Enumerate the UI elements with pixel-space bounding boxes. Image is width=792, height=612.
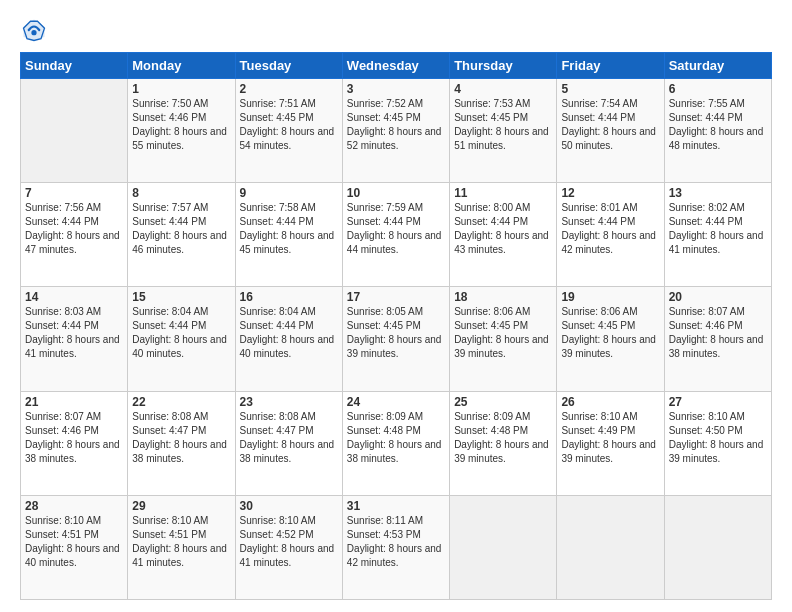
day-cell: 1Sunrise: 7:50 AMSunset: 4:46 PMDaylight… — [128, 79, 235, 183]
logo-icon — [20, 16, 48, 44]
day-cell: 27Sunrise: 8:10 AMSunset: 4:50 PMDayligh… — [664, 391, 771, 495]
day-info: Sunrise: 8:10 AMSunset: 4:50 PMDaylight:… — [669, 410, 767, 466]
day-info: Sunrise: 7:52 AMSunset: 4:45 PMDaylight:… — [347, 97, 445, 153]
calendar-table: SundayMondayTuesdayWednesdayThursdayFrid… — [20, 52, 772, 600]
day-cell: 30Sunrise: 8:10 AMSunset: 4:52 PMDayligh… — [235, 495, 342, 599]
day-cell: 13Sunrise: 8:02 AMSunset: 4:44 PMDayligh… — [664, 183, 771, 287]
day-number: 18 — [454, 290, 552, 304]
day-info: Sunrise: 7:59 AMSunset: 4:44 PMDaylight:… — [347, 201, 445, 257]
day-number: 29 — [132, 499, 230, 513]
day-info: Sunrise: 8:08 AMSunset: 4:47 PMDaylight:… — [240, 410, 338, 466]
day-info: Sunrise: 8:07 AMSunset: 4:46 PMDaylight:… — [669, 305, 767, 361]
week-row-2: 14Sunrise: 8:03 AMSunset: 4:44 PMDayligh… — [21, 287, 772, 391]
day-cell: 28Sunrise: 8:10 AMSunset: 4:51 PMDayligh… — [21, 495, 128, 599]
day-info: Sunrise: 8:04 AMSunset: 4:44 PMDaylight:… — [132, 305, 230, 361]
day-cell: 20Sunrise: 8:07 AMSunset: 4:46 PMDayligh… — [664, 287, 771, 391]
day-info: Sunrise: 8:10 AMSunset: 4:52 PMDaylight:… — [240, 514, 338, 570]
weekday-saturday: Saturday — [664, 53, 771, 79]
day-number: 6 — [669, 82, 767, 96]
day-number: 3 — [347, 82, 445, 96]
day-cell: 7Sunrise: 7:56 AMSunset: 4:44 PMDaylight… — [21, 183, 128, 287]
header — [20, 16, 772, 44]
day-number: 22 — [132, 395, 230, 409]
day-number: 30 — [240, 499, 338, 513]
day-cell: 3Sunrise: 7:52 AMSunset: 4:45 PMDaylight… — [342, 79, 449, 183]
day-number: 26 — [561, 395, 659, 409]
svg-point-2 — [31, 30, 36, 35]
day-info: Sunrise: 8:09 AMSunset: 4:48 PMDaylight:… — [454, 410, 552, 466]
day-number: 9 — [240, 186, 338, 200]
day-info: Sunrise: 7:53 AMSunset: 4:45 PMDaylight:… — [454, 97, 552, 153]
day-cell: 26Sunrise: 8:10 AMSunset: 4:49 PMDayligh… — [557, 391, 664, 495]
day-info: Sunrise: 7:51 AMSunset: 4:45 PMDaylight:… — [240, 97, 338, 153]
day-info: Sunrise: 8:10 AMSunset: 4:51 PMDaylight:… — [132, 514, 230, 570]
day-info: Sunrise: 8:06 AMSunset: 4:45 PMDaylight:… — [561, 305, 659, 361]
day-info: Sunrise: 8:02 AMSunset: 4:44 PMDaylight:… — [669, 201, 767, 257]
day-cell: 18Sunrise: 8:06 AMSunset: 4:45 PMDayligh… — [450, 287, 557, 391]
day-info: Sunrise: 8:10 AMSunset: 4:51 PMDaylight:… — [25, 514, 123, 570]
day-cell: 21Sunrise: 8:07 AMSunset: 4:46 PMDayligh… — [21, 391, 128, 495]
day-info: Sunrise: 7:57 AMSunset: 4:44 PMDaylight:… — [132, 201, 230, 257]
day-cell: 11Sunrise: 8:00 AMSunset: 4:44 PMDayligh… — [450, 183, 557, 287]
day-number: 8 — [132, 186, 230, 200]
week-row-0: 1Sunrise: 7:50 AMSunset: 4:46 PMDaylight… — [21, 79, 772, 183]
day-cell: 31Sunrise: 8:11 AMSunset: 4:53 PMDayligh… — [342, 495, 449, 599]
page: SundayMondayTuesdayWednesdayThursdayFrid… — [0, 0, 792, 612]
weekday-monday: Monday — [128, 53, 235, 79]
week-row-3: 21Sunrise: 8:07 AMSunset: 4:46 PMDayligh… — [21, 391, 772, 495]
day-cell: 15Sunrise: 8:04 AMSunset: 4:44 PMDayligh… — [128, 287, 235, 391]
week-row-4: 28Sunrise: 8:10 AMSunset: 4:51 PMDayligh… — [21, 495, 772, 599]
day-cell: 19Sunrise: 8:06 AMSunset: 4:45 PMDayligh… — [557, 287, 664, 391]
weekday-thursday: Thursday — [450, 53, 557, 79]
day-number: 27 — [669, 395, 767, 409]
day-cell: 23Sunrise: 8:08 AMSunset: 4:47 PMDayligh… — [235, 391, 342, 495]
weekday-tuesday: Tuesday — [235, 53, 342, 79]
day-number: 25 — [454, 395, 552, 409]
day-info: Sunrise: 7:58 AMSunset: 4:44 PMDaylight:… — [240, 201, 338, 257]
weekday-friday: Friday — [557, 53, 664, 79]
day-cell: 12Sunrise: 8:01 AMSunset: 4:44 PMDayligh… — [557, 183, 664, 287]
day-info: Sunrise: 8:11 AMSunset: 4:53 PMDaylight:… — [347, 514, 445, 570]
day-number: 14 — [25, 290, 123, 304]
logo — [20, 16, 52, 44]
day-number: 2 — [240, 82, 338, 96]
day-number: 15 — [132, 290, 230, 304]
day-cell: 4Sunrise: 7:53 AMSunset: 4:45 PMDaylight… — [450, 79, 557, 183]
day-number: 11 — [454, 186, 552, 200]
day-info: Sunrise: 8:03 AMSunset: 4:44 PMDaylight:… — [25, 305, 123, 361]
day-number: 23 — [240, 395, 338, 409]
day-cell: 6Sunrise: 7:55 AMSunset: 4:44 PMDaylight… — [664, 79, 771, 183]
day-cell — [664, 495, 771, 599]
day-info: Sunrise: 7:55 AMSunset: 4:44 PMDaylight:… — [669, 97, 767, 153]
week-row-1: 7Sunrise: 7:56 AMSunset: 4:44 PMDaylight… — [21, 183, 772, 287]
day-cell: 17Sunrise: 8:05 AMSunset: 4:45 PMDayligh… — [342, 287, 449, 391]
day-cell — [450, 495, 557, 599]
day-info: Sunrise: 8:06 AMSunset: 4:45 PMDaylight:… — [454, 305, 552, 361]
weekday-wednesday: Wednesday — [342, 53, 449, 79]
day-cell: 14Sunrise: 8:03 AMSunset: 4:44 PMDayligh… — [21, 287, 128, 391]
day-number: 12 — [561, 186, 659, 200]
day-info: Sunrise: 8:07 AMSunset: 4:46 PMDaylight:… — [25, 410, 123, 466]
day-info: Sunrise: 7:54 AMSunset: 4:44 PMDaylight:… — [561, 97, 659, 153]
day-number: 4 — [454, 82, 552, 96]
day-number: 7 — [25, 186, 123, 200]
day-number: 5 — [561, 82, 659, 96]
day-number: 20 — [669, 290, 767, 304]
day-number: 24 — [347, 395, 445, 409]
day-cell: 2Sunrise: 7:51 AMSunset: 4:45 PMDaylight… — [235, 79, 342, 183]
day-number: 21 — [25, 395, 123, 409]
day-number: 16 — [240, 290, 338, 304]
day-cell: 22Sunrise: 8:08 AMSunset: 4:47 PMDayligh… — [128, 391, 235, 495]
day-cell: 24Sunrise: 8:09 AMSunset: 4:48 PMDayligh… — [342, 391, 449, 495]
day-info: Sunrise: 8:01 AMSunset: 4:44 PMDaylight:… — [561, 201, 659, 257]
day-number: 1 — [132, 82, 230, 96]
day-number: 31 — [347, 499, 445, 513]
weekday-header-row: SundayMondayTuesdayWednesdayThursdayFrid… — [21, 53, 772, 79]
day-info: Sunrise: 7:56 AMSunset: 4:44 PMDaylight:… — [25, 201, 123, 257]
weekday-sunday: Sunday — [21, 53, 128, 79]
day-info: Sunrise: 8:09 AMSunset: 4:48 PMDaylight:… — [347, 410, 445, 466]
day-cell: 25Sunrise: 8:09 AMSunset: 4:48 PMDayligh… — [450, 391, 557, 495]
day-number: 28 — [25, 499, 123, 513]
day-number: 17 — [347, 290, 445, 304]
day-number: 19 — [561, 290, 659, 304]
